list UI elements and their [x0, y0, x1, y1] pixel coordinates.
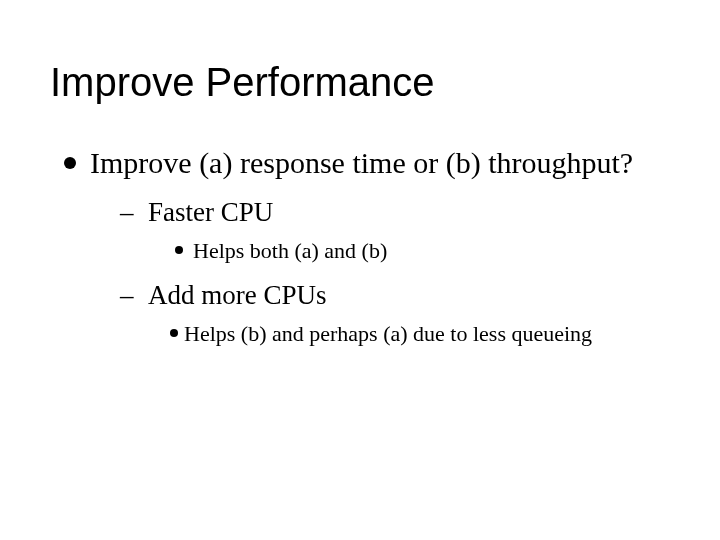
dash-icon: – — [120, 281, 138, 311]
bullet-disc-icon — [175, 246, 183, 254]
bullet-disc-icon — [64, 157, 76, 169]
bullet-text: Helps both (a) and (b) — [193, 238, 387, 263]
dash-icon: – — [120, 198, 138, 228]
bullet-level-2: – Add more CPUs — [120, 281, 670, 311]
bullet-level-1: Improve (a) response time or (b) through… — [64, 145, 670, 180]
bullet-level-3: Helps (b) and perhaps (a) due to less qu… — [170, 321, 670, 346]
bullet-text: Improve (a) response time or (b) through… — [90, 145, 633, 180]
bullet-text: Add more CPUs — [148, 281, 327, 311]
bullet-level-3: Helps both (a) and (b) — [175, 238, 670, 263]
bullet-disc-icon — [170, 329, 178, 337]
bullet-level-2: – Faster CPU — [120, 198, 670, 228]
slide: Improve Performance Improve (a) response… — [0, 0, 720, 540]
bullet-text: Faster CPU — [148, 198, 273, 228]
bullet-text: Helps (b) and perhaps (a) due to less qu… — [184, 321, 592, 346]
slide-title: Improve Performance — [50, 60, 670, 105]
